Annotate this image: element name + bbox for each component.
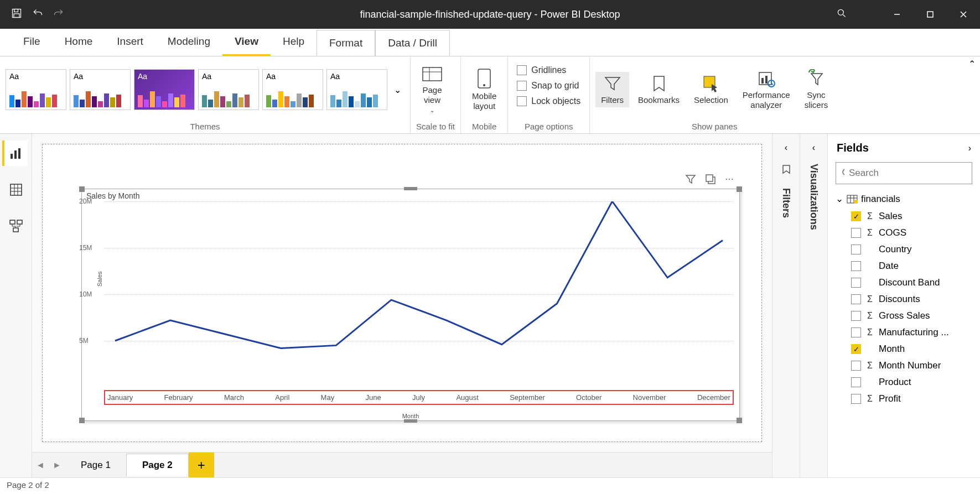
fields-search-input[interactable]	[849, 168, 966, 179]
expand-filters-icon[interactable]: ‹	[785, 143, 787, 153]
model-view-button[interactable]	[3, 214, 29, 239]
collapse-ribbon-icon[interactable]: ⌃	[968, 59, 976, 69]
field-checkbox[interactable]	[851, 245, 861, 254]
theme-option-1[interactable]: Aa	[6, 69, 66, 110]
svg-rect-27	[706, 175, 713, 181]
mobile-layout-button[interactable]: Mobile layout	[466, 66, 502, 113]
resize-handle[interactable]	[79, 186, 85, 192]
page-tab-2[interactable]: Page 2	[126, 454, 189, 476]
snap-checkbox[interactable]: Snap to grid	[517, 80, 579, 92]
chevron-down-icon: ⌄	[430, 107, 434, 114]
field-sales[interactable]: ✓ΣSales	[828, 208, 980, 225]
field-checkbox[interactable]	[851, 261, 861, 271]
collapse-fields-icon[interactable]: ›	[968, 143, 971, 153]
field-month[interactable]: ✓Month	[828, 341, 980, 357]
resize-handle[interactable]	[404, 419, 417, 423]
close-button[interactable]	[947, 0, 980, 29]
expand-visualizations-icon[interactable]: ‹	[812, 143, 815, 153]
field-month-number[interactable]: ΣMonth Number	[828, 357, 980, 374]
field-country[interactable]: Country	[828, 241, 980, 258]
field-date[interactable]: Date	[828, 258, 980, 274]
table-financials[interactable]: ⌄ financials	[828, 190, 980, 208]
tab-insert[interactable]: Insert	[105, 29, 155, 56]
search-icon	[842, 168, 844, 178]
report-canvas[interactable]: ⋯ Sales by Month Sales 5M10M15M20M Janua…	[42, 144, 762, 442]
field-gross-sales[interactable]: ΣGross Sales	[828, 308, 980, 324]
undo-icon[interactable]	[32, 8, 43, 21]
tab-home[interactable]: Home	[53, 29, 105, 56]
lock-checkbox[interactable]: Lock objects	[517, 95, 580, 107]
resize-handle[interactable]	[737, 418, 742, 423]
themes-dropdown-icon[interactable]: ⌄	[391, 85, 405, 95]
resize-handle[interactable]	[79, 418, 85, 423]
page-view-button[interactable]: Page view ⌄	[416, 63, 448, 116]
redo-icon[interactable]	[53, 8, 64, 21]
bookmarks-button[interactable]: Bookmarks	[632, 72, 685, 107]
svg-rect-2	[14, 14, 19, 18]
field-checkbox[interactable]	[851, 278, 861, 288]
theme-option-6[interactable]: Aa	[326, 69, 387, 110]
y-axis-label: Sales	[96, 271, 103, 287]
svg-rect-19	[11, 184, 22, 195]
tab-format[interactable]: Format	[317, 30, 375, 56]
resize-handle[interactable]	[404, 187, 417, 190]
filters-pane-button[interactable]: Filters	[595, 72, 629, 107]
field-product[interactable]: Product	[828, 374, 980, 391]
svg-rect-25	[17, 220, 22, 224]
field-label: Date	[879, 261, 899, 272]
field-checkbox[interactable]	[851, 361, 861, 371]
gridlines-checkbox[interactable]: Gridlines	[517, 64, 566, 76]
visual-more-icon[interactable]: ⋯	[725, 174, 734, 187]
fields-title: Fields	[837, 142, 869, 154]
field-cogs[interactable]: ΣCOGS	[828, 225, 980, 241]
x-tick: July	[412, 393, 425, 402]
field-checkbox[interactable]: ✓	[851, 344, 861, 354]
theme-option-3[interactable]: Aa	[134, 69, 195, 110]
field-checkbox[interactable]	[851, 294, 861, 304]
bookmark-toggle-icon[interactable]	[781, 164, 792, 177]
next-page-icon[interactable]: ►	[49, 460, 65, 470]
chart-visual[interactable]: ⋯ Sales by Month Sales 5M10M15M20M Janua…	[81, 189, 740, 421]
field-label: Discount Band	[879, 277, 940, 288]
canvas-wrap: ⋯ Sales by Month Sales 5M10M15M20M Janua…	[32, 134, 772, 477]
theme-option-4[interactable]: Aa	[198, 69, 259, 110]
field-discounts[interactable]: ΣDiscounts	[828, 291, 980, 308]
data-view-button[interactable]	[3, 177, 29, 202]
field-checkbox[interactable]	[851, 377, 861, 387]
field-checkbox[interactable]	[851, 394, 861, 404]
theme-option-5[interactable]: Aa	[262, 69, 323, 110]
tab-help[interactable]: Help	[271, 29, 317, 56]
tab-file[interactable]: File	[11, 29, 53, 56]
field-checkbox[interactable]: ✓	[851, 211, 861, 221]
tab-modeling[interactable]: Modeling	[155, 29, 222, 56]
theme-option-2[interactable]: Aa	[70, 69, 131, 110]
performance-button[interactable]: Performance analyzer	[737, 67, 796, 112]
field-label: Profit	[879, 393, 901, 404]
visual-focus-icon[interactable]	[705, 174, 716, 187]
minimize-button[interactable]	[880, 0, 914, 29]
prev-page-icon[interactable]: ◄	[32, 460, 49, 470]
sigma-icon: Σ	[865, 327, 874, 337]
add-page-button[interactable]: +	[189, 453, 214, 478]
field-profit[interactable]: ΣProfit	[828, 391, 980, 407]
field-manufacturing-[interactable]: ΣManufacturing ...	[828, 324, 980, 341]
svg-point-10	[483, 84, 485, 86]
search-icon[interactable]	[836, 8, 847, 21]
page-tab-1[interactable]: Page 1	[65, 454, 126, 476]
tab-view[interactable]: View	[222, 29, 271, 56]
sigma-icon: Σ	[865, 361, 874, 371]
save-icon[interactable]	[11, 8, 22, 21]
tab-data-drill[interactable]: Data / Drill	[375, 30, 450, 56]
fields-search[interactable]	[836, 162, 972, 184]
field-checkbox[interactable]	[851, 311, 861, 321]
visual-filter-icon[interactable]	[685, 174, 696, 187]
report-view-button[interactable]	[2, 141, 28, 166]
x-tick: January	[107, 393, 133, 402]
selection-button[interactable]: Selection	[688, 72, 734, 107]
resize-handle[interactable]	[737, 186, 742, 192]
maximize-button[interactable]	[914, 0, 947, 29]
field-checkbox[interactable]	[851, 228, 861, 238]
field-checkbox[interactable]	[851, 327, 861, 337]
field-discount-band[interactable]: Discount Band	[828, 274, 980, 291]
sync-slicers-button[interactable]: Sync slicers	[799, 67, 834, 112]
